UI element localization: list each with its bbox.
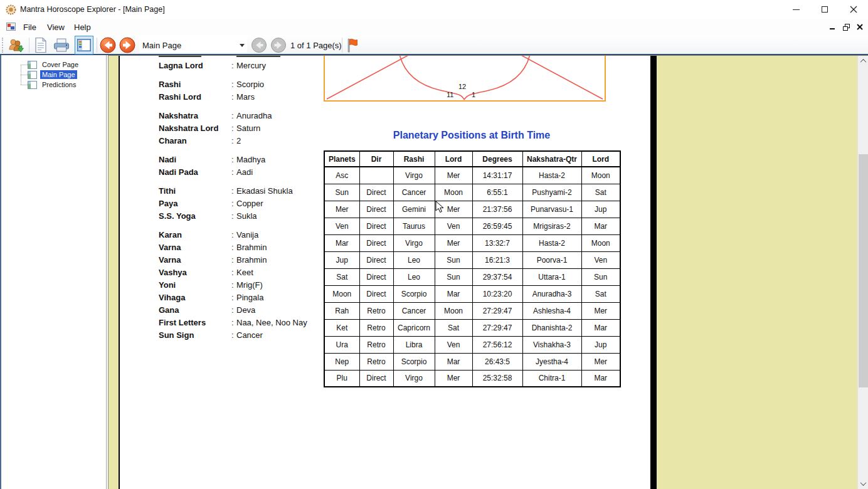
cell-rashi: Libra [393, 336, 435, 353]
toolbar-separator [29, 38, 29, 53]
info-value: Aadi [236, 167, 253, 177]
scrollbar-thumb[interactable] [859, 154, 868, 387]
info-separator: : [231, 305, 236, 315]
info-value: Cancer [236, 330, 263, 340]
sidebar-item-label-selected: Main Page [40, 70, 77, 79]
info-label: Varna [159, 243, 231, 252]
report-page: Lagna Lord : Mercury Rashi : Scorpio [119, 56, 657, 489]
toolbar: Main Page 1 of 1 Page(s) [0, 35, 868, 55]
cell-planet: Sun [324, 184, 359, 201]
info-separator: : [231, 111, 236, 120]
sidebar-item-label: Predictions [40, 80, 78, 89]
page-selector-combobox[interactable]: Main Page [139, 38, 247, 53]
cell-dir: Retro [359, 302, 393, 319]
cell-degrees: 27:29:47 [472, 302, 522, 319]
window-controls [781, 0, 868, 19]
info-label: Gana [159, 305, 231, 315]
cell-nakshatra-qtr: Uttara-1 [522, 268, 581, 285]
info-separator: : [231, 155, 236, 164]
minimize-button[interactable] [781, 0, 810, 19]
sidebar-item-cover-page[interactable]: Cover Page [1, 60, 106, 70]
cell-nakshatra-lord: Jup [581, 336, 620, 353]
page-icon [28, 71, 37, 79]
info-separator: : [231, 230, 236, 239]
cell-nakshatra-lord: Sun [581, 268, 620, 285]
table-row: Asc Virgo Mer 14:31:17 Hasta-2 Moon [324, 167, 620, 184]
child-window-icon[interactable] [6, 23, 16, 31]
navigation-pane-icon [77, 39, 91, 51]
table-header-cell: Lord [435, 151, 472, 167]
forward-button-disabled[interactable] [270, 37, 287, 53]
cell-rashi: Cancer [393, 302, 435, 319]
sidebar-item-main-page[interactable]: Main Page [1, 70, 106, 80]
cell-dir: Direct [359, 285, 393, 302]
cell-degrees: 26:59:45 [472, 218, 522, 234]
maximize-button[interactable] [810, 0, 839, 19]
cell-degrees: 6:55:1 [472, 184, 522, 201]
mouse-cursor [435, 201, 444, 213]
icon-blue-square [11, 26, 14, 29]
vertical-scrollbar[interactable] [857, 56, 868, 489]
cell-dir: Direct [359, 251, 393, 268]
page-selector-value: Main Page [139, 41, 240, 50]
cell-rashi: Scorpio [393, 285, 435, 302]
cell-degrees: 21:37:56 [472, 201, 522, 218]
info-separator: : [231, 186, 236, 196]
cell-rashi: Leo [393, 268, 435, 285]
house-number: 1 [472, 91, 475, 98]
previous-page-button[interactable] [100, 37, 116, 53]
cell-nakshatra-qtr: Dhanishta-2 [522, 319, 581, 336]
print-button[interactable] [53, 37, 70, 53]
toolbar-grip[interactable] [2, 38, 4, 53]
menu-file[interactable]: File [21, 22, 39, 33]
cell-rashi: Taurus [393, 218, 435, 234]
child-window-controls [828, 22, 864, 32]
info-separator: : [231, 280, 236, 290]
toggle-navigation-pane-button[interactable] [75, 36, 93, 55]
cell-dir: Retro [359, 319, 393, 336]
maximize-icon [822, 6, 828, 13]
app-icon[interactable] [6, 4, 16, 15]
child-restore-button[interactable] [842, 23, 850, 31]
back-button-disabled[interactable] [251, 37, 267, 53]
scroll-up-button[interactable] [858, 56, 868, 66]
child-minimize-button[interactable] [828, 23, 837, 31]
info-value: Sukla [236, 211, 257, 221]
cell-nakshatra-qtr: Jyestha-4 [522, 353, 581, 370]
info-separator: : [231, 293, 236, 302]
scroll-down-button[interactable] [858, 478, 868, 489]
sidebar-item-label: Cover Page [40, 60, 80, 69]
cell-planet: Mar [324, 234, 359, 251]
next-page-button[interactable] [119, 37, 135, 53]
clipped-text-fragment [159, 56, 201, 57]
table-title: Planetary Positions at Birth Time [324, 130, 620, 141]
new-document-button[interactable] [33, 37, 49, 53]
menu-view[interactable]: View [45, 22, 67, 33]
cell-lord: Ven [435, 218, 472, 234]
cell-planet: Rah [324, 302, 359, 319]
sidebar-item-predictions[interactable]: Predictions [1, 80, 106, 90]
info-value: Copper [236, 199, 263, 208]
close-button[interactable] [839, 0, 868, 19]
cell-lord: Mer [435, 370, 472, 387]
window-title: Mantra Horoscope Explorer - [Main Page] [20, 5, 165, 14]
menu-help[interactable]: Help [71, 22, 93, 33]
title-bar: Mantra Horoscope Explorer - [Main Page] [0, 0, 868, 19]
info-value: Mars [236, 92, 255, 102]
info-value: Naa, Nee, Noo Nay [236, 318, 307, 327]
flag-button[interactable] [346, 37, 359, 53]
cell-dir: Direct [359, 218, 393, 234]
cell-nakshatra-qtr: Poorva-1 [522, 251, 581, 268]
child-close-button[interactable] [855, 23, 864, 31]
table-row: Rah Retro Cancer Moon 27:29:47 Ashlesha-… [324, 302, 620, 319]
info-separator: : [231, 92, 236, 102]
close-icon [850, 6, 857, 13]
table-row: Ven Direct Taurus Ven 26:59:45 Mrigsiras… [324, 218, 620, 234]
cell-nakshatra-lord: Moon [581, 234, 620, 251]
cell-planet: Sat [324, 268, 359, 285]
cell-dir: Direct [359, 234, 393, 251]
contacts-button[interactable] [8, 37, 24, 53]
table-row: Ura Retro Libra Ven 27:56:12 Vishakha-3 … [324, 336, 620, 353]
info-value: Madhya [236, 155, 265, 164]
info-label: Sun Sign [159, 330, 231, 340]
